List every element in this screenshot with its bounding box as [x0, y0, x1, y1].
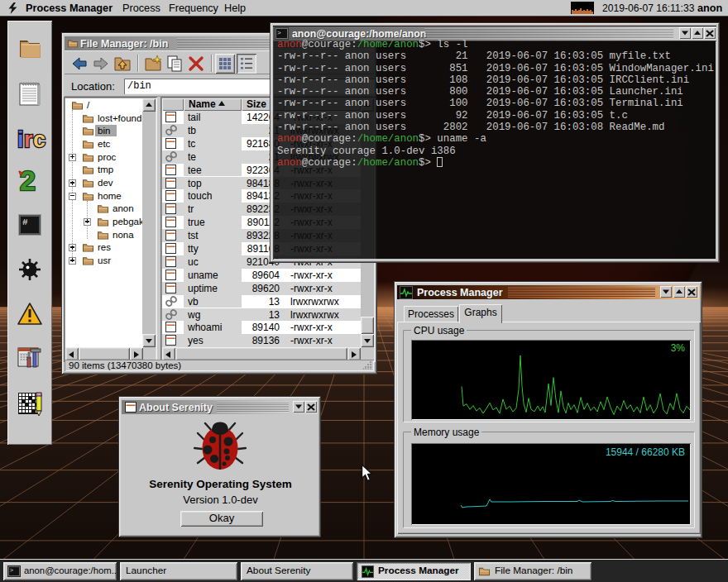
- svg-text:i: i: [17, 127, 24, 150]
- svg-text:2: 2: [20, 165, 36, 193]
- svg-text:#: #: [22, 217, 28, 227]
- svg-text:r: r: [24, 127, 33, 150]
- svg-text:c: c: [33, 127, 46, 150]
- svg-text:>: >: [277, 29, 281, 36]
- svg-text:>: >: [10, 567, 14, 574]
